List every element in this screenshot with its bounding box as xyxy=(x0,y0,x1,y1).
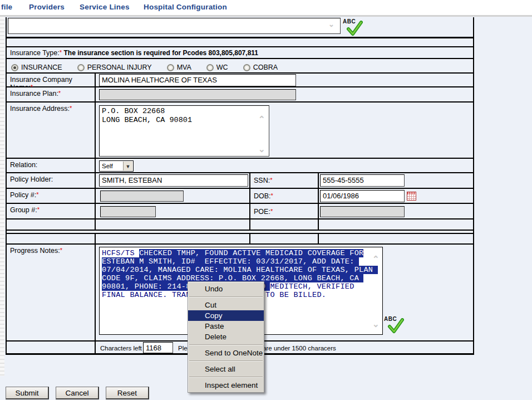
select-arrow-icon[interactable]: ▼ xyxy=(123,162,132,170)
insurance-type-header-row: Insurance Type:* The insurance section i… xyxy=(7,47,473,59)
insurance-type-option-insurance[interactable]: INSURANCE xyxy=(11,64,62,71)
radio-label: INSURANCE xyxy=(21,64,62,71)
menu-separator xyxy=(189,296,263,297)
insurance-plan-input-disabled xyxy=(99,89,296,100)
insurance-type-note: The insurance section is required for Pc… xyxy=(63,49,258,57)
radio-label: COBRA xyxy=(253,64,278,71)
selected-text: ESTEBAN M SMITH, ID# EFFECTIVE: 03/31/20… xyxy=(102,257,359,266)
insurance-type-option-personal-injury[interactable]: PERSONAL INJURY xyxy=(77,64,152,71)
reset-button[interactable]: Reset xyxy=(106,387,149,399)
insurance-address-textarea[interactable]: P.O. BOX 22668 LONG BEACH, CA 90801 xyxy=(99,105,269,157)
note-line: ESTEBAN M SMITH, ID# EFFECTIVE: 03/31/20… xyxy=(102,257,381,266)
policy-holder-input[interactable]: SMITH, ESTEBAN xyxy=(99,174,248,187)
menu-item-undo[interactable]: Undo xyxy=(188,284,264,294)
green-check-icon xyxy=(387,318,404,335)
top-nav-bar: file Providers Service Lines Hospital Co… xyxy=(0,0,532,17)
policy-number-row: Policy #:* DOB:* 01/06/1986 xyxy=(7,189,473,204)
radio-icon[interactable] xyxy=(243,64,250,71)
calendar-icon[interactable] xyxy=(407,192,416,201)
top-cutoff-input[interactable] xyxy=(8,18,341,34)
radio-label: PERSONAL INJURY xyxy=(87,64,152,71)
insurance-type-option-cobra[interactable]: COBRA xyxy=(243,64,278,71)
menu-item-send-to-onenote[interactable]: Send to OneNote xyxy=(188,348,264,358)
menu-separator xyxy=(189,344,263,345)
menu-item-cut[interactable]: Cut xyxy=(188,300,264,310)
green-check-icon xyxy=(346,21,363,37)
policy-holder-label: Policy Holder: xyxy=(7,173,96,188)
nav-item-file[interactable]: file xyxy=(1,3,12,11)
menu-item-paste[interactable]: Paste xyxy=(188,321,264,331)
note-line: HCFS/TS CHECKED TMHP, FOUND ACTIVE MEDIC… xyxy=(102,249,381,257)
menu-separator xyxy=(189,360,263,362)
policy-number-label: Policy #:* xyxy=(7,189,96,203)
company-name-input[interactable]: MOLINA HEALTHCARE OF TEXAS xyxy=(99,74,296,86)
radio-label: WC xyxy=(216,64,228,71)
relation-row: Relation: Self ▼ xyxy=(7,159,473,173)
insurance-type-option-mva[interactable]: MVA xyxy=(167,64,191,71)
dob-input[interactable]: 01/06/1986 xyxy=(320,190,405,202)
menu-item-delete[interactable]: Delete xyxy=(188,331,264,342)
radio-label: MVA xyxy=(177,64,191,71)
insurance-address-row: Insurance Address:* P.O. BOX 22668 LONG … xyxy=(7,103,473,159)
characters-left-label: Characters left xyxy=(100,345,142,352)
group-number-row: Group #:* POE:* xyxy=(7,204,473,219)
menu-item-copy[interactable]: Copy xyxy=(188,310,264,321)
insurance-plan-row: Insurance Plan:* xyxy=(7,87,473,103)
insurance-type-label: Insurance Type:* The insurance section i… xyxy=(10,49,258,57)
insurance-plan-label: Insurance Plan:* xyxy=(7,87,96,101)
progress-notes-label: Progress Notes:* xyxy=(7,245,96,340)
left-gutter xyxy=(0,17,4,376)
empty-row xyxy=(7,38,473,47)
dob-label: DOB:* xyxy=(254,192,273,200)
empty-row xyxy=(7,234,473,245)
selected-text: CHECKED TMHP, FOUND ACTIVE MEDICAID COVE… xyxy=(139,249,363,257)
menu-separator xyxy=(189,377,263,378)
spellcheck-abc-icon[interactable]: ABC xyxy=(343,17,366,40)
selected-text: 07/04/2014, MANAGED CARE: MOLINA HEALTHC… xyxy=(102,266,378,274)
poe-label: POE:* xyxy=(254,208,273,216)
policy-holder-row: Policy Holder: SMITH, ESTEBAN SSN:* 555-… xyxy=(7,173,473,189)
poe-input-disabled xyxy=(320,206,405,217)
insurance-type-option-wc[interactable]: WC xyxy=(206,64,228,71)
top-cutoff-field-row: ⌄ ABC xyxy=(7,17,473,38)
radio-icon[interactable] xyxy=(167,64,174,71)
company-name-label: Insurance Company Name:* xyxy=(7,74,96,86)
nav-item-providers[interactable]: Providers xyxy=(29,3,65,11)
empty-row xyxy=(7,219,473,231)
nav-item-service-lines[interactable]: Service Lines xyxy=(80,3,130,11)
menu-item-select-all[interactable]: Select all xyxy=(188,364,264,374)
submit-button[interactable]: Submit xyxy=(6,387,49,399)
radio-selected-icon[interactable] xyxy=(11,64,18,71)
ssn-input[interactable]: 555-45-5555 xyxy=(320,174,405,187)
group-number-input-disabled xyxy=(100,206,156,217)
insurance-address-label: Insurance Address:* xyxy=(7,103,96,158)
note-line: 07/04/2014, MANAGED CARE: MOLINA HEALTHC… xyxy=(102,266,381,274)
ssn-label: SSN:* xyxy=(254,177,272,184)
menu-item-inspect-element[interactable]: Inspect element xyxy=(188,380,264,391)
company-name-row: Insurance Company Name:* MOLINA HEALTHCA… xyxy=(7,74,473,87)
cancel-button[interactable]: Cancel xyxy=(56,387,99,399)
group-number-label: Group #:* xyxy=(7,204,96,218)
context-menu: UndoCutCopyPasteDeleteSend to OneNoteSel… xyxy=(188,281,264,393)
relation-selected-value: Self xyxy=(102,163,113,169)
nav-item-hospital-configuration[interactable]: Hospital Configuration xyxy=(144,3,227,11)
relation-select[interactable]: Self ▼ xyxy=(99,160,134,172)
required-asterisk: * xyxy=(60,49,62,56)
relation-label: Relation: xyxy=(7,159,96,172)
radio-icon[interactable] xyxy=(206,64,214,71)
radio-icon[interactable] xyxy=(77,64,85,71)
spellcheck-abc-icon[interactable]: ABC xyxy=(384,315,407,337)
characters-left-input[interactable]: 1168 xyxy=(143,342,173,353)
insurance-type-options-row: INSURANCEPERSONAL INJURYMVAWCCOBRA xyxy=(7,59,473,74)
policy-number-input-disabled xyxy=(100,191,184,202)
